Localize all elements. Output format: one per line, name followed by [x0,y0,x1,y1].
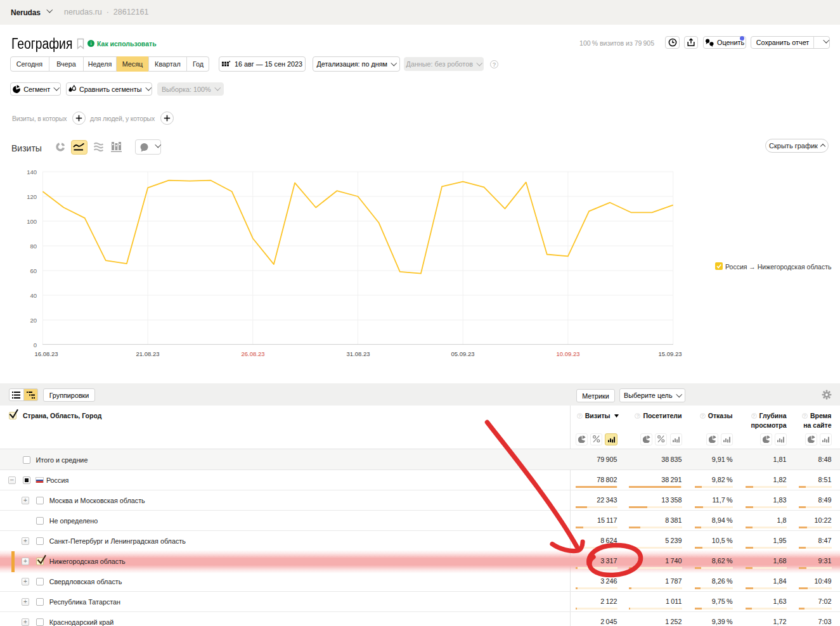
svg-text:15.09.23: 15.09.23 [659,350,682,357]
svg-text:100: 100 [27,218,37,225]
svg-text:21.08.23: 21.08.23 [136,350,160,357]
svg-text:05.09.23: 05.09.23 [451,350,475,357]
svg-text:80: 80 [30,243,37,250]
svg-text:31.08.23: 31.08.23 [347,350,370,357]
svg-text:10.09.23: 10.09.23 [557,350,580,357]
svg-text:60: 60 [30,267,37,274]
svg-text:20: 20 [30,317,37,324]
svg-text:16.08.23: 16.08.23 [35,350,58,357]
svg-text:140: 140 [27,169,37,176]
svg-text:40: 40 [30,292,37,299]
svg-text:0: 0 [34,342,37,348]
svg-text:120: 120 [27,193,37,200]
svg-text:26.08.23: 26.08.23 [242,350,265,357]
